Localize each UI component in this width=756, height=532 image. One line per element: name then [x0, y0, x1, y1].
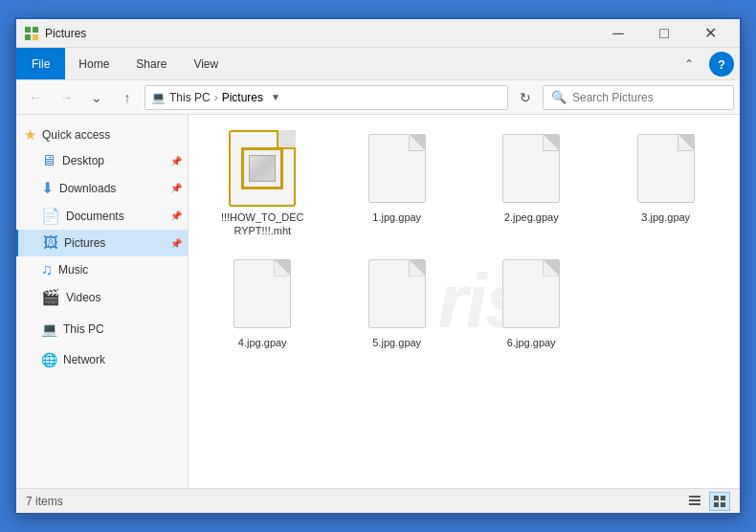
share-menu[interactable]: Share — [122, 48, 180, 79]
breadcrumb-this-pc: This PC — [169, 91, 211, 104]
howto-file-icon-wrapper — [224, 130, 300, 207]
svg-rect-9 — [714, 502, 719, 507]
file-name-1: 1.jpg.gpay — [372, 211, 421, 224]
close-button[interactable]: ✕ — [688, 20, 732, 47]
back-button[interactable]: ← — [22, 84, 49, 111]
downloads-folder-icon: ⬇ — [41, 179, 54, 197]
quick-access-label: Quick access — [42, 128, 110, 142]
sidebar-desktop-label: Desktop — [62, 154, 104, 167]
breadcrumb-pictures: Pictures — [222, 91, 263, 104]
sidebar-documents-label: Documents — [66, 210, 124, 223]
search-icon: 🔍 — [551, 90, 567, 104]
file-item-howto[interactable]: !!!HOW_TO_DECRYPT!!!.mht — [198, 124, 327, 244]
file-icon-wrapper-4 — [224, 255, 300, 332]
svg-rect-6 — [689, 503, 700, 505]
generic-file-icon-1 — [368, 134, 426, 203]
home-menu[interactable]: Home — [65, 48, 122, 79]
file-name-2: 2.jpeg.gpay — [504, 211, 559, 224]
sidebar-item-downloads[interactable]: ⬇ Downloads 📌 — [16, 174, 188, 202]
sidebar: ★ Quick access 🖥 Desktop 📌 ⬇ Downloads 📌… — [16, 115, 189, 488]
sidebar-item-documents[interactable]: 📄 Documents 📌 — [16, 202, 188, 230]
search-box[interactable]: 🔍 — [543, 85, 734, 110]
sidebar-this-pc-label: This PC — [63, 322, 104, 336]
sidebar-downloads-label: Downloads — [59, 182, 116, 195]
menu-collapse-button[interactable]: ⌃ — [675, 48, 703, 79]
up-button[interactable]: ↑ — [114, 84, 141, 111]
file-icon-wrapper-2 — [493, 130, 569, 207]
breadcrumb-dropdown-icon[interactable]: ▼ — [271, 92, 280, 102]
search-input[interactable] — [572, 91, 725, 104]
main-area: ★ Quick access 🖥 Desktop 📌 ⬇ Downloads 📌… — [16, 115, 740, 488]
svg-rect-7 — [714, 496, 719, 500]
file-area: ris !!!HOW_TO_DECRYPT!!!.mht 1.jpg.gp — [189, 115, 740, 488]
howto-mirror — [249, 155, 276, 182]
file-item-2[interactable]: 2.jpeg.gpay — [467, 124, 596, 244]
status-bar: 7 items — [16, 488, 740, 513]
downloads-pin-icon: 📌 — [170, 183, 182, 193]
item-count: 7 items — [26, 495, 63, 508]
minimize-button[interactable]: ─ — [596, 20, 640, 47]
this-pc-icon: 💻 — [41, 321, 57, 337]
svg-rect-0 — [25, 27, 31, 33]
app-icon — [24, 26, 39, 41]
menu-bar: File Home Share View ⌃ ? — [16, 48, 740, 80]
file-name-6: 6.jpg.gpay — [507, 336, 556, 349]
window-title: Pictures — [45, 27, 596, 40]
file-icon-wrapper-1 — [359, 130, 435, 207]
sidebar-item-desktop[interactable]: 🖥 Desktop 📌 — [16, 147, 188, 174]
svg-rect-5 — [689, 499, 700, 501]
sidebar-item-network[interactable]: 🌐 Network — [16, 347, 188, 372]
window-controls: ─ □ ✕ — [596, 20, 732, 47]
sidebar-pictures-label: Pictures — [64, 236, 105, 250]
documents-pin-icon: 📌 — [170, 211, 182, 221]
file-item-6[interactable]: 6.jpg.gpay — [467, 250, 596, 355]
svg-rect-8 — [721, 496, 725, 500]
svg-rect-10 — [721, 502, 725, 507]
details-view-button[interactable] — [684, 492, 705, 511]
pictures-folder-icon: 🖼 — [43, 234, 58, 252]
generic-file-icon-2 — [502, 134, 560, 203]
file-item-4[interactable]: 4.jpg.gpay — [198, 250, 327, 355]
file-item-5[interactable]: 5.jpg.gpay — [333, 250, 462, 355]
generic-file-icon-3 — [637, 134, 695, 203]
help-button[interactable]: ? — [709, 52, 734, 77]
howto-inner-frame — [241, 147, 283, 189]
quick-access-header[interactable]: ★ Quick access — [16, 121, 188, 147]
documents-folder-icon: 📄 — [41, 207, 60, 225]
file-icon-wrapper-3 — [628, 130, 704, 207]
file-name-5: 5.jpg.gpay — [372, 336, 421, 349]
desktop-pin-icon: 📌 — [170, 156, 182, 166]
sidebar-item-pictures[interactable]: 🖼 Pictures 📌 — [16, 230, 188, 256]
breadcrumb[interactable]: 💻 This PC › Pictures ▼ — [145, 85, 508, 110]
music-folder-icon: ♫ — [41, 261, 53, 278]
file-name-howto: !!!HOW_TO_DECRYPT!!!.mht — [219, 211, 305, 238]
file-menu[interactable]: File — [16, 48, 65, 79]
desktop-folder-icon: 🖥 — [41, 152, 56, 169]
large-icons-view-button[interactable] — [709, 492, 730, 511]
sidebar-network-label: Network — [63, 353, 105, 366]
generic-file-icon-5 — [368, 259, 426, 328]
maximize-button[interactable]: □ — [642, 20, 686, 47]
pictures-pin-icon: 📌 — [170, 238, 182, 249]
generic-file-icon-4 — [233, 259, 291, 328]
svg-rect-2 — [25, 34, 31, 40]
expand-button[interactable]: ⌄ — [83, 84, 110, 111]
svg-rect-3 — [33, 34, 38, 40]
file-item-1[interactable]: 1.jpg.gpay — [333, 124, 462, 244]
view-controls — [684, 492, 730, 511]
file-icon-wrapper-5 — [359, 255, 435, 332]
network-icon: 🌐 — [41, 352, 57, 367]
title-bar: Pictures ─ □ ✕ — [16, 19, 740, 48]
sidebar-item-this-pc[interactable]: 💻 This PC — [16, 317, 188, 342]
file-name-4: 4.jpg.gpay — [238, 336, 287, 349]
refresh-button[interactable]: ↻ — [512, 84, 539, 111]
breadcrumb-text: 💻 This PC › Pictures ▼ — [151, 91, 280, 104]
sidebar-item-music[interactable]: ♫ Music — [16, 256, 188, 283]
howto-file-icon — [229, 130, 296, 207]
forward-button[interactable]: → — [53, 84, 79, 111]
sidebar-music-label: Music — [58, 263, 88, 277]
file-item-3[interactable]: 3.jpg.gpay — [602, 124, 731, 244]
breadcrumb-sep: › — [214, 91, 218, 104]
sidebar-item-videos[interactable]: 🎬 Videos — [16, 283, 188, 311]
view-menu[interactable]: View — [180, 48, 232, 79]
